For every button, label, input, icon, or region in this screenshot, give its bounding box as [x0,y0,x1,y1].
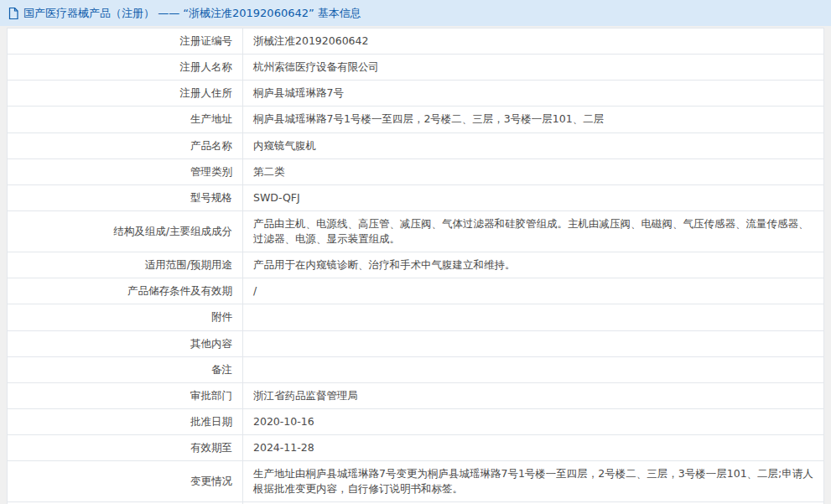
row-value [243,356,824,382]
table-row: 审批部门浙江省药品监督管理局 [8,382,824,408]
table-row: 管理类别第二类 [8,158,824,184]
row-label: 适用范围/预期用途 [8,252,243,278]
row-label: 有效期至 [8,435,243,461]
table-row: 有效期至2024-11-28 [8,435,824,461]
row-value: 产品用于在内窥镜诊断、治疗和手术中气腹建立和维持。 [243,252,824,278]
document-icon [8,8,18,19]
row-label-text: 注册证编号 [180,34,233,47]
row-label: 审批部门 [8,382,243,408]
row-label: 备注 [8,356,243,382]
row-label: 生产地址 [8,107,243,132]
row-value [243,330,824,356]
table-row: 注册证编号浙械注准20192060642 [8,29,824,55]
table-row: 备注 [8,356,824,382]
row-label: 注册证编号 [8,29,243,55]
table-row: 批准日期2020-10-16 [8,408,824,434]
table-row: 型号规格SWD-QFJ [8,184,824,210]
row-value: 产品由主机、电源线、高压管、减压阀、气体过滤器和硅胶管组成。主机由减压阀、电磁阀… [243,210,824,252]
row-value: 桐庐县城瑶琳路7号1号楼一至四层，2号楼二、三层，3号楼一层101、二层 [243,107,824,132]
row-value: 第二类 [243,158,824,184]
row-label-text: 注册人住所 [180,86,233,99]
row-value: 浙江省药品监督管理局 [243,382,824,408]
info-table-container: 注册证编号浙械注准20192060642注册人名称杭州索德医疗设备有限公司注册人… [7,28,824,504]
row-value: 2020-10-16 [243,408,824,434]
table-row: 附件 [8,304,824,330]
row-label-text: 型号规格 [190,191,232,204]
row-value: 生产地址由桐庐县城瑶琳路7号变更为桐庐县城瑶琳路7号1号楼一至四层，2号楼二、三… [243,461,824,502]
row-label-text: 结构及组成/主要组成成分 [113,225,232,237]
page-header: 国产医疗器械产品（注册） —— “浙械注准20192060642” 基本信息 [0,0,831,26]
row-label: 批准日期 [8,408,243,434]
row-label: 型号规格 [8,184,243,210]
table-row: 适用范围/预期用途产品用于在内窥镜诊断、治疗和手术中气腹建立和维持。 [8,252,824,278]
row-label: 其他内容 [8,330,243,356]
row-value: 浙械注准20192060642 [243,29,824,55]
table-row: 注册人住所桐庐县城瑶琳路7号 [8,81,824,107]
row-label-text: 有效期至 [190,441,232,454]
row-label-text: 审批部门 [190,389,232,402]
table-row: 产品储存条件及有效期/ [8,278,824,304]
row-value: SWD-QFJ [243,184,824,210]
info-table: 注册证编号浙械注准20192060642注册人名称杭州索德医疗设备有限公司注册人… [7,28,824,504]
row-label-text: 变更情况 [190,475,232,487]
row-label: 附件 [8,304,243,330]
row-label: 产品名称 [8,132,243,158]
row-label-text: 管理类别 [190,165,232,178]
row-label-text: 其他内容 [190,337,232,350]
row-label-text: 产品储存条件及有效期 [127,284,232,297]
row-label-text: 适用范围/预期用途 [145,258,232,271]
row-label: 结构及组成/主要组成成分 [8,210,243,252]
row-label: 注册人名称 [8,55,243,81]
row-label-text: 附件 [211,310,232,323]
row-label: 注册人住所 [8,81,243,107]
row-label-text: 备注 [211,363,232,376]
table-row: 注册人名称杭州索德医疗设备有限公司 [8,55,824,81]
row-label-text: 产品名称 [190,139,232,152]
row-value: 内窥镜气腹机 [243,132,824,158]
row-label-text: 生产地址 [190,112,232,125]
table-row: 产品名称内窥镜气腹机 [8,132,824,158]
row-label: 产品储存条件及有效期 [8,278,243,304]
row-label: 变更情况 [8,461,243,502]
table-row: 变更情况生产地址由桐庐县城瑶琳路7号变更为桐庐县城瑶琳路7号1号楼一至四层，2号… [8,461,824,502]
row-label-text: 注册人名称 [180,60,233,73]
page-title: 国产医疗器械产品（注册） —— “浙械注准20192060642” 基本信息 [23,6,361,21]
table-row: 其他内容 [8,330,824,356]
table-row: 结构及组成/主要组成成分产品由主机、电源线、高压管、减压阀、气体过滤器和硅胶管组… [8,210,824,252]
row-value: / [243,278,824,304]
table-row: 生产地址桐庐县城瑶琳路7号1号楼一至四层，2号楼二、三层，3号楼一层101、二层 [8,107,824,132]
row-value: 桐庐县城瑶琳路7号 [243,81,824,107]
row-value: 2024-11-28 [243,435,824,461]
row-value [243,304,824,330]
row-label: 管理类别 [8,158,243,184]
row-label-text: 批准日期 [190,415,232,428]
row-value: 杭州索德医疗设备有限公司 [243,55,824,81]
